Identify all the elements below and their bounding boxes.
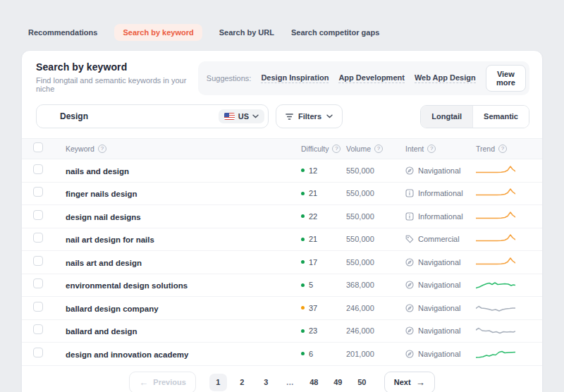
keyword-link[interactable]: design nail designs	[66, 213, 141, 221]
tab-search-competitor-gaps[interactable]: Search competitor gaps	[291, 28, 379, 37]
arrow-left-icon: ←	[139, 378, 148, 387]
search-by-keyword-card: Search by keyword Find longtail and sema…	[21, 50, 543, 392]
page-button-2[interactable]: 2	[233, 374, 251, 391]
trend-sparkline	[476, 233, 515, 245]
search-input[interactable]: Design US	[36, 104, 269, 128]
navigational-intent-icon	[405, 258, 414, 267]
intent-icon-slot	[405, 350, 414, 358]
suggestion-app-development[interactable]: App Development	[338, 73, 405, 83]
row-checkbox[interactable]	[33, 210, 43, 220]
row-checkbox[interactable]	[33, 256, 43, 266]
keyword-link[interactable]: environmental design solutions	[66, 281, 188, 290]
help-icon[interactable]: ?	[498, 145, 507, 153]
keyword-link[interactable]: finger nails design	[66, 190, 137, 198]
column-intent-label: Intent	[405, 145, 424, 153]
intent-icon-slot	[405, 235, 414, 243]
difficulty-value: 6	[309, 350, 313, 358]
us-flag-icon	[224, 113, 235, 120]
informational-intent-icon	[405, 189, 414, 197]
search-row: Design US Filters Longtail Semantic	[22, 103, 542, 138]
help-icon[interactable]: ?	[332, 145, 341, 153]
row-checkbox-cell	[33, 348, 66, 360]
row-checkbox[interactable]	[33, 278, 43, 288]
next-label: Next	[394, 378, 411, 386]
difficulty-cell: 37	[301, 304, 346, 312]
intent-label: Navigational	[418, 281, 461, 289]
keyword-link[interactable]: ballard and design	[66, 327, 137, 336]
page-button-3[interactable]: 3	[257, 374, 275, 391]
table-row: ballard and design 23 246,000 Navigation…	[22, 320, 542, 343]
row-checkbox[interactable]	[33, 187, 43, 197]
region-selector[interactable]: US	[219, 109, 264, 123]
intent-cell: Navigational	[405, 166, 476, 175]
table-row: nails art and design 17 550,000 Navigati…	[22, 251, 542, 274]
page-subtitle: Find longtail and semantic keywords in y…	[36, 76, 198, 93]
row-checkbox[interactable]	[33, 164, 43, 174]
page-button-1[interactable]: 1	[209, 374, 227, 391]
help-icon[interactable]: ?	[374, 145, 383, 153]
row-checkbox[interactable]	[33, 348, 43, 357]
volume-cell: 550,000	[346, 235, 405, 243]
keyword-link[interactable]: nail art design for nails	[66, 235, 154, 244]
view-more-button[interactable]: View more	[486, 65, 526, 92]
difficulty-dot	[301, 352, 305, 355]
page-button-50[interactable]: 50	[353, 374, 371, 391]
intent-cell: Navigational	[405, 350, 476, 358]
intent-cell: Commercial	[405, 235, 476, 243]
page-button-48[interactable]: 48	[305, 374, 323, 391]
keyword-link[interactable]: nails and design	[66, 167, 129, 176]
keyword-link[interactable]: design and innovation academy	[66, 350, 188, 359]
region-code: US	[238, 112, 249, 121]
keyword-link[interactable]: nails art and design	[66, 259, 142, 267]
intent-cell: Navigational	[405, 258, 476, 267]
trend-sparkline	[476, 187, 515, 200]
trend-sparkline	[476, 256, 515, 269]
tab-recommendations[interactable]: Recommendations	[28, 28, 97, 37]
row-checkbox[interactable]	[33, 324, 43, 334]
help-icon[interactable]: ?	[427, 145, 436, 153]
intent-label: Informational	[418, 212, 463, 221]
trend-sparkline	[476, 324, 515, 337]
row-checkbox[interactable]	[33, 233, 43, 243]
trend-cell	[476, 256, 529, 269]
informational-intent-icon	[405, 212, 414, 221]
column-trend-label: Trend	[476, 145, 495, 153]
filters-button[interactable]: Filters	[276, 104, 343, 128]
trend-sparkline	[476, 302, 515, 314]
page-button-49[interactable]: 49	[329, 374, 347, 391]
tab-search-by-url[interactable]: Search by URL	[219, 28, 274, 37]
tab-search-by-keyword[interactable]: Search by keyword	[114, 24, 202, 41]
keyword-link[interactable]: ballard design company	[66, 305, 159, 313]
difficulty-cell: 21	[301, 189, 346, 197]
navigational-intent-icon	[405, 350, 414, 358]
suggestion-design-inspiration[interactable]: Design Inspiration	[261, 73, 329, 83]
semantic-button[interactable]: Semantic	[472, 106, 529, 128]
row-checkbox-cell	[33, 324, 66, 337]
intent-label: Navigational	[418, 304, 461, 312]
volume-cell: 246,000	[346, 304, 405, 312]
select-all-checkbox[interactable]	[33, 142, 43, 152]
row-checkbox-cell	[33, 278, 66, 291]
intent-icon-slot	[405, 326, 414, 335]
keyword-cell: ballard design company	[66, 302, 301, 314]
table-body: nails and design 12 550,000 Navigational…	[22, 159, 542, 366]
page-ellipsis: …	[281, 374, 299, 391]
suggestion-web-app-design[interactable]: Web App Design	[415, 73, 476, 83]
trend-cell	[476, 302, 529, 314]
row-checkbox[interactable]	[33, 302, 43, 312]
row-checkbox-cell	[33, 210, 66, 223]
column-difficulty-label: Difficulty	[301, 145, 329, 153]
next-page-button[interactable]: Next →	[384, 372, 435, 392]
column-volume: Volume?	[346, 145, 405, 153]
intent-icon-slot	[405, 189, 414, 197]
help-icon[interactable]: ?	[98, 145, 106, 153]
tab-bar: Recommendations Search by keyword Search…	[0, 0, 564, 41]
intent-icon-slot	[405, 304, 414, 312]
volume-cell: 368,000	[346, 281, 405, 289]
table-row: nails and design 12 550,000 Navigational	[22, 159, 542, 183]
volume-cell: 201,000	[346, 350, 405, 358]
difficulty-value: 5	[309, 281, 313, 289]
longtail-button[interactable]: Longtail	[421, 106, 472, 128]
volume-cell: 550,000	[346, 166, 405, 175]
filters-label: Filters	[298, 112, 321, 121]
